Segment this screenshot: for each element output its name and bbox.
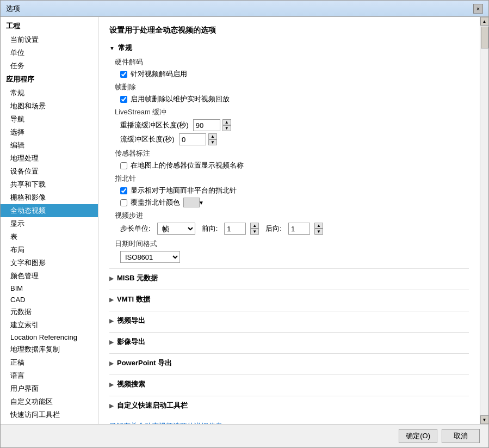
sidebar-item-maps-scenes[interactable]: 地图和场景: [1, 100, 98, 113]
sidebar-item-bim[interactable]: BIM: [1, 283, 98, 294]
sidebar-item-selection[interactable]: 选择: [1, 126, 98, 139]
sidebar-item-geodatabase-replication[interactable]: 地理数据库复制: [1, 343, 98, 356]
forward-down[interactable]: ▼: [250, 229, 259, 235]
vmti-section: ▶ VMTI 数据: [109, 290, 469, 309]
compass-section: 指北针 显示相对于地面而非平台的指北针 覆盖指北针颜色 ▼: [115, 174, 469, 207]
vmti-header[interactable]: ▶ VMTI 数据: [109, 294, 469, 304]
step-unit-select[interactable]: 帧: [157, 223, 195, 235]
sidebar-item-cad[interactable]: CAD: [1, 294, 98, 305]
powerpoint-export-label: PowerPoint 导出: [117, 358, 172, 368]
sidebar-item-indexing[interactable]: 建立索引: [1, 318, 98, 332]
quick-launch-header[interactable]: ▶ 自定义快速启动工具栏: [109, 401, 469, 410]
ok-button[interactable]: 确定(O): [399, 429, 437, 443]
compass-checkbox1[interactable]: [120, 187, 127, 194]
compass-color-picker[interactable]: [183, 198, 200, 207]
forward-label: 前向:: [202, 224, 218, 234]
sidebar-item-raster-imagery[interactable]: 栅格和影像: [1, 191, 98, 204]
compass-checkbox1-label: 显示相对于地面而非平台的指北针: [131, 186, 237, 195]
general-section-label: 常规: [118, 43, 132, 53]
vmti-arrow: ▶: [109, 297, 114, 303]
scrollbar-thumb[interactable]: [481, 27, 488, 48]
image-export-section: ▶ 影像导出: [109, 332, 469, 351]
sidebar-item-share-download[interactable]: 共享和下载: [1, 178, 98, 191]
misb-header[interactable]: ▶ MISB 元数据: [109, 273, 469, 283]
hardware-decode-label: 硬件解码: [115, 57, 469, 67]
sidebar-item-table[interactable]: 表: [1, 230, 98, 243]
date-format-select[interactable]: ISO8601: [120, 251, 180, 263]
sidebar-item-units[interactable]: 单位: [1, 46, 98, 59]
compass-checkbox1-row: 显示相对于地面而非平台的指北针: [120, 186, 469, 195]
sidebar-item-metadata[interactable]: 元数据: [1, 305, 98, 318]
restream-buffer-input[interactable]: [193, 119, 220, 131]
close-button[interactable]: ×: [473, 4, 483, 14]
restream-buffer-row: 重播流缓冲区长度(秒) ▲ ▼: [120, 119, 469, 131]
video-search-label: 视频搜索: [117, 379, 145, 389]
sidebar-item-general[interactable]: 常规: [1, 87, 98, 100]
sidebar-section-header-project: 工程: [1, 19, 98, 33]
stream-buffer-up[interactable]: ▲: [208, 133, 217, 139]
sidebar-item-display[interactable]: 显示: [1, 217, 98, 230]
misb-label: MISB 元数据: [117, 273, 158, 283]
sidebar-item-location-referencing[interactable]: Location Referencing: [1, 332, 98, 343]
sidebar-item-color-management[interactable]: 颜色管理: [1, 269, 98, 283]
image-export-header[interactable]: ▶ 影像导出: [109, 337, 469, 347]
quick-launch-section: ▶ 自定义快速启动工具栏: [109, 396, 469, 415]
video-export-header[interactable]: ▶ 视频导出: [109, 316, 469, 326]
backward-arrows: ▲ ▼: [314, 223, 323, 235]
sidebar-item-device-location[interactable]: 设备位置: [1, 165, 98, 178]
date-format-section: 日期时间格式 ISO8601: [115, 239, 469, 263]
forward-input[interactable]: [224, 223, 246, 235]
sidebar-item-editing[interactable]: 编辑: [1, 139, 98, 152]
hardware-decode-checkbox[interactable]: [120, 71, 127, 78]
stream-buffer-down[interactable]: ▼: [208, 139, 217, 145]
sensor-annotation-checkbox-label: 在地图上的传感器位置显示视频名称: [131, 161, 244, 170]
sidebar-item-ui[interactable]: 用户界面: [1, 382, 98, 395]
footer-link[interactable]: 了解有关全动态视频选项的详细信息: [109, 421, 469, 424]
video-step-section: 视频步进 步长单位: 帧 前向: ▲ ▼ 后向: ▲: [115, 211, 469, 235]
sidebar-item-language[interactable]: 语言: [1, 369, 98, 382]
sidebar-item-current-settings[interactable]: 当前设置: [1, 33, 98, 46]
cancel-button[interactable]: 取消: [442, 429, 480, 443]
restream-buffer-label: 重播流缓冲区长度(秒): [120, 120, 189, 130]
misb-section: ▶ MISB 元数据: [109, 268, 469, 287]
frame-delete-checkbox[interactable]: [120, 96, 127, 103]
hardware-decode-section: 硬件解码 针对视频解码启用: [115, 57, 469, 79]
restream-buffer-up[interactable]: ▲: [222, 119, 231, 125]
image-export-arrow: ▶: [109, 339, 114, 345]
vmti-label: VMTI 数据: [117, 294, 150, 304]
frame-delete-label: 帧删除: [115, 82, 469, 92]
quick-launch-label: 自定义快速启动工具栏: [117, 401, 188, 410]
backward-up[interactable]: ▲: [314, 223, 323, 229]
restream-buffer-down[interactable]: ▼: [222, 125, 231, 131]
frame-delete-section: 帧删除 启用帧删除以维护实时视频回放: [115, 82, 469, 104]
sidebar-item-layout[interactable]: 布局: [1, 243, 98, 256]
sidebar-item-geoprocessing[interactable]: 地理处理: [1, 152, 98, 165]
powerpoint-export-header[interactable]: ▶ PowerPoint 导出: [109, 358, 469, 368]
video-step-row: 步长单位: 帧 前向: ▲ ▼ 后向: ▲ ▼: [120, 223, 469, 235]
restream-buffer-arrows: ▲ ▼: [222, 119, 231, 131]
sidebar-item-tasks[interactable]: 任务: [1, 59, 98, 72]
sidebar-section-header-app: 应用程序: [1, 72, 98, 87]
backward-input[interactable]: [288, 223, 310, 235]
sensor-annotation-checkbox[interactable]: [120, 162, 127, 169]
sidebar: 工程 当前设置 单位 任务 应用程序 常规 地图和场景 导航 选择 编辑 地理处…: [1, 17, 98, 424]
stream-buffer-row: 流缓冲区长度(秒) ▲ ▼: [120, 133, 469, 145]
sensor-annotation-checkbox-row: 在地图上的传感器位置显示视频名称: [120, 161, 469, 170]
sidebar-item-quick-access[interactable]: 快速访问工具栏: [1, 408, 98, 421]
stream-buffer-input[interactable]: [179, 133, 206, 145]
sidebar-item-customize-ribbon[interactable]: 自定义功能区: [1, 395, 98, 408]
sidebar-item-text-graphics[interactable]: 文字和图形: [1, 256, 98, 269]
stream-buffer-arrows: ▲ ▼: [208, 133, 217, 145]
compass-color-label: 覆盖指北针颜色: [131, 198, 180, 207]
sidebar-item-fmv[interactable]: 全动态视频: [1, 204, 98, 217]
sidebar-item-navigation[interactable]: 导航: [1, 113, 98, 126]
video-search-header[interactable]: ▶ 视频搜索: [109, 379, 469, 389]
livestream-buffer-section: LiveStream 缓冲 重播流缓冲区长度(秒) ▲ ▼ 流缓冲区长度(秒) …: [115, 107, 469, 145]
sidebar-item-production[interactable]: 正稿: [1, 356, 98, 369]
scrollbar-up-button[interactable]: ▲: [480, 17, 489, 26]
forward-up[interactable]: ▲: [250, 223, 259, 229]
compass-color-checkbox[interactable]: [120, 199, 127, 206]
scrollbar-down-button[interactable]: ▼: [480, 415, 489, 424]
livestream-buffer-label: LiveStream 缓冲: [115, 107, 469, 117]
backward-down[interactable]: ▼: [314, 229, 323, 235]
